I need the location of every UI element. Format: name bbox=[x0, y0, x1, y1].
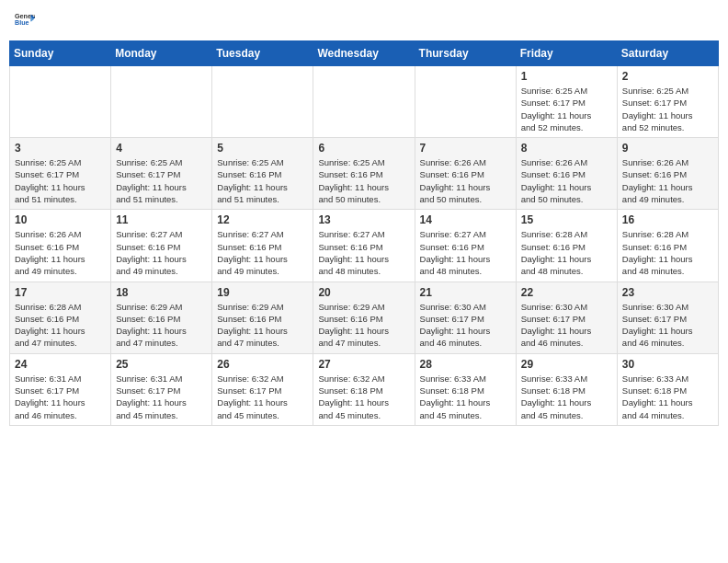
day-info: Sunrise: 6:30 AM Sunset: 6:17 PM Dayligh… bbox=[420, 301, 511, 350]
calendar-cell: 2Sunrise: 6:25 AM Sunset: 6:17 PM Daylig… bbox=[617, 66, 718, 138]
day-info: Sunrise: 6:32 AM Sunset: 6:17 PM Dayligh… bbox=[217, 373, 308, 421]
day-number: 8 bbox=[521, 142, 612, 155]
calendar-cell: 30Sunrise: 6:33 AM Sunset: 6:18 PM Dayli… bbox=[617, 353, 718, 425]
calendar-cell: 3Sunrise: 6:25 AM Sunset: 6:17 PM Daylig… bbox=[10, 138, 111, 210]
day-info: Sunrise: 6:25 AM Sunset: 6:17 PM Dayligh… bbox=[521, 85, 612, 133]
day-number: 18 bbox=[116, 286, 207, 299]
day-info: Sunrise: 6:29 AM Sunset: 6:16 PM Dayligh… bbox=[318, 301, 409, 350]
day-number: 22 bbox=[521, 286, 612, 299]
day-info: Sunrise: 6:31 AM Sunset: 6:17 PM Dayligh… bbox=[15, 373, 106, 421]
calendar-week-4: 17Sunrise: 6:28 AM Sunset: 6:16 PM Dayli… bbox=[10, 282, 719, 353]
calendar-cell: 4Sunrise: 6:25 AM Sunset: 6:17 PM Daylig… bbox=[111, 138, 212, 210]
calendar-cell bbox=[212, 66, 313, 138]
day-info: Sunrise: 6:27 AM Sunset: 6:16 PM Dayligh… bbox=[116, 228, 207, 277]
day-number: 23 bbox=[622, 286, 713, 299]
page-header: General Blue bbox=[9, 9, 719, 33]
day-number: 3 bbox=[15, 142, 106, 155]
calendar-cell: 10Sunrise: 6:26 AM Sunset: 6:16 PM Dayli… bbox=[10, 210, 111, 282]
calendar-cell: 28Sunrise: 6:33 AM Sunset: 6:18 PM Dayli… bbox=[415, 353, 516, 425]
calendar-cell: 24Sunrise: 6:31 AM Sunset: 6:17 PM Dayli… bbox=[10, 353, 111, 425]
day-info: Sunrise: 6:28 AM Sunset: 6:16 PM Dayligh… bbox=[622, 228, 713, 277]
day-number: 11 bbox=[116, 213, 207, 226]
day-number: 16 bbox=[622, 213, 713, 226]
day-info: Sunrise: 6:25 AM Sunset: 6:16 PM Dayligh… bbox=[217, 156, 308, 205]
weekday-wednesday: Wednesday bbox=[313, 41, 415, 66]
day-number: 9 bbox=[622, 142, 713, 155]
calendar-cell: 6Sunrise: 6:25 AM Sunset: 6:16 PM Daylig… bbox=[313, 138, 415, 210]
day-number: 1 bbox=[521, 70, 612, 83]
day-info: Sunrise: 6:25 AM Sunset: 6:17 PM Dayligh… bbox=[116, 156, 207, 205]
day-number: 20 bbox=[318, 286, 409, 299]
calendar-cell: 9Sunrise: 6:26 AM Sunset: 6:16 PM Daylig… bbox=[617, 138, 718, 210]
calendar-cell bbox=[415, 66, 516, 138]
calendar-cell: 26Sunrise: 6:32 AM Sunset: 6:17 PM Dayli… bbox=[212, 353, 313, 425]
day-number: 24 bbox=[15, 358, 106, 371]
day-info: Sunrise: 6:30 AM Sunset: 6:17 PM Dayligh… bbox=[622, 301, 713, 350]
day-info: Sunrise: 6:27 AM Sunset: 6:16 PM Dayligh… bbox=[318, 228, 409, 277]
day-info: Sunrise: 6:26 AM Sunset: 6:16 PM Dayligh… bbox=[521, 156, 612, 205]
calendar-week-2: 3Sunrise: 6:25 AM Sunset: 6:17 PM Daylig… bbox=[10, 138, 719, 210]
weekday-tuesday: Tuesday bbox=[212, 41, 313, 66]
calendar-table: SundayMondayTuesdayWednesdayThursdayFrid… bbox=[9, 40, 719, 426]
logo-icon: General Blue bbox=[15, 9, 35, 29]
calendar-cell: 13Sunrise: 6:27 AM Sunset: 6:16 PM Dayli… bbox=[313, 210, 415, 282]
day-number: 15 bbox=[521, 213, 612, 226]
weekday-friday: Friday bbox=[516, 41, 617, 66]
weekday-header-row: SundayMondayTuesdayWednesdayThursdayFrid… bbox=[10, 41, 719, 66]
day-number: 4 bbox=[116, 142, 207, 155]
calendar-cell: 16Sunrise: 6:28 AM Sunset: 6:16 PM Dayli… bbox=[617, 210, 718, 282]
day-info: Sunrise: 6:33 AM Sunset: 6:18 PM Dayligh… bbox=[622, 373, 713, 421]
calendar-body: 1Sunrise: 6:25 AM Sunset: 6:17 PM Daylig… bbox=[10, 66, 719, 426]
calendar-cell: 17Sunrise: 6:28 AM Sunset: 6:16 PM Dayli… bbox=[10, 282, 111, 353]
day-info: Sunrise: 6:27 AM Sunset: 6:16 PM Dayligh… bbox=[217, 228, 308, 277]
day-info: Sunrise: 6:32 AM Sunset: 6:18 PM Dayligh… bbox=[318, 373, 409, 421]
day-info: Sunrise: 6:33 AM Sunset: 6:18 PM Dayligh… bbox=[521, 373, 612, 421]
weekday-monday: Monday bbox=[111, 41, 212, 66]
day-number: 14 bbox=[420, 213, 511, 226]
calendar-cell: 8Sunrise: 6:26 AM Sunset: 6:16 PM Daylig… bbox=[516, 138, 617, 210]
day-number: 7 bbox=[420, 142, 511, 155]
calendar-cell: 20Sunrise: 6:29 AM Sunset: 6:16 PM Dayli… bbox=[313, 282, 415, 353]
day-info: Sunrise: 6:25 AM Sunset: 6:17 PM Dayligh… bbox=[622, 85, 713, 133]
calendar-cell: 18Sunrise: 6:29 AM Sunset: 6:16 PM Dayli… bbox=[111, 282, 212, 353]
day-number: 2 bbox=[622, 70, 713, 83]
day-info: Sunrise: 6:26 AM Sunset: 6:16 PM Dayligh… bbox=[622, 156, 713, 205]
day-info: Sunrise: 6:26 AM Sunset: 6:16 PM Dayligh… bbox=[420, 156, 511, 205]
weekday-thursday: Thursday bbox=[415, 41, 516, 66]
day-number: 26 bbox=[217, 358, 308, 371]
calendar-cell: 23Sunrise: 6:30 AM Sunset: 6:17 PM Dayli… bbox=[617, 282, 718, 353]
calendar-cell: 15Sunrise: 6:28 AM Sunset: 6:16 PM Dayli… bbox=[516, 210, 617, 282]
day-number: 30 bbox=[622, 358, 713, 371]
weekday-sunday: Sunday bbox=[10, 41, 111, 66]
weekday-saturday: Saturday bbox=[617, 41, 718, 66]
calendar-cell bbox=[111, 66, 212, 138]
calendar-cell bbox=[313, 66, 415, 138]
calendar-cell bbox=[10, 66, 111, 138]
day-info: Sunrise: 6:29 AM Sunset: 6:16 PM Dayligh… bbox=[116, 301, 207, 350]
calendar-cell: 21Sunrise: 6:30 AM Sunset: 6:17 PM Dayli… bbox=[415, 282, 516, 353]
day-number: 5 bbox=[217, 142, 308, 155]
logo: General Blue bbox=[13, 9, 35, 33]
calendar-cell: 7Sunrise: 6:26 AM Sunset: 6:16 PM Daylig… bbox=[415, 138, 516, 210]
day-info: Sunrise: 6:29 AM Sunset: 6:16 PM Dayligh… bbox=[217, 301, 308, 350]
day-number: 10 bbox=[15, 213, 106, 226]
day-number: 17 bbox=[15, 286, 106, 299]
day-number: 19 bbox=[217, 286, 308, 299]
calendar-cell: 11Sunrise: 6:27 AM Sunset: 6:16 PM Dayli… bbox=[111, 210, 212, 282]
day-number: 29 bbox=[521, 358, 612, 371]
calendar-cell: 5Sunrise: 6:25 AM Sunset: 6:16 PM Daylig… bbox=[212, 138, 313, 210]
day-number: 13 bbox=[318, 213, 409, 226]
day-number: 27 bbox=[318, 358, 409, 371]
calendar-cell: 14Sunrise: 6:27 AM Sunset: 6:16 PM Dayli… bbox=[415, 210, 516, 282]
calendar-week-5: 24Sunrise: 6:31 AM Sunset: 6:17 PM Dayli… bbox=[10, 353, 719, 425]
day-info: Sunrise: 6:25 AM Sunset: 6:16 PM Dayligh… bbox=[318, 156, 409, 205]
calendar-cell: 29Sunrise: 6:33 AM Sunset: 6:18 PM Dayli… bbox=[516, 353, 617, 425]
calendar-cell: 25Sunrise: 6:31 AM Sunset: 6:17 PM Dayli… bbox=[111, 353, 212, 425]
day-number: 21 bbox=[420, 286, 511, 299]
calendar-week-1: 1Sunrise: 6:25 AM Sunset: 6:17 PM Daylig… bbox=[10, 66, 719, 138]
day-info: Sunrise: 6:26 AM Sunset: 6:16 PM Dayligh… bbox=[15, 228, 106, 277]
calendar-cell: 1Sunrise: 6:25 AM Sunset: 6:17 PM Daylig… bbox=[516, 66, 617, 138]
day-info: Sunrise: 6:33 AM Sunset: 6:18 PM Dayligh… bbox=[420, 373, 511, 421]
day-info: Sunrise: 6:25 AM Sunset: 6:17 PM Dayligh… bbox=[15, 156, 106, 205]
day-info: Sunrise: 6:27 AM Sunset: 6:16 PM Dayligh… bbox=[420, 228, 511, 277]
